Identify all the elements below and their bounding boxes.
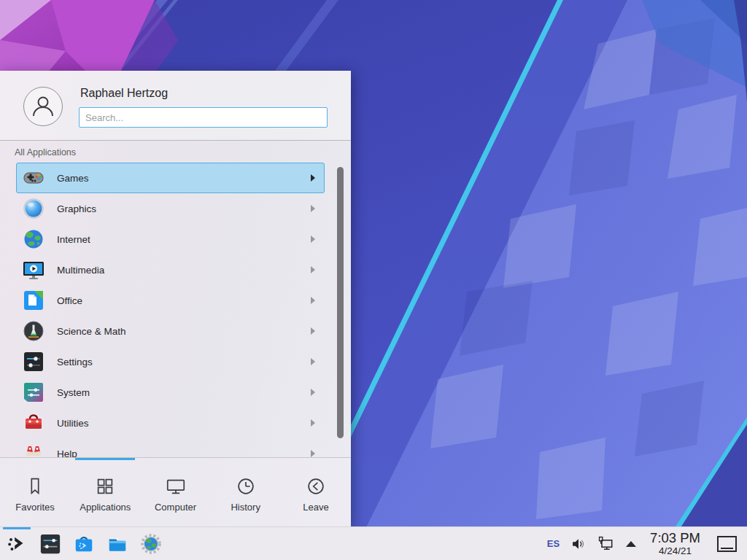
category-label: Graphics xyxy=(57,203,96,214)
tab-applications[interactable]: Applications xyxy=(70,458,140,526)
search-input[interactable] xyxy=(79,107,328,128)
submenu-arrow-icon xyxy=(311,419,315,427)
tab-label: Applications xyxy=(80,502,131,513)
clock-widget[interactable]: 7:03 PM 4/24/21 xyxy=(647,531,703,557)
taskbar-launchers xyxy=(0,527,168,560)
flask-icon xyxy=(22,319,45,343)
desktop: Raphael Hertzog All Applications Games xyxy=(0,0,747,560)
list-scrollbar[interactable] xyxy=(337,167,344,438)
file-manager-button[interactable] xyxy=(101,527,134,560)
category-graphics[interactable]: Graphics xyxy=(16,193,325,224)
section-label: All Applications xyxy=(0,141,351,163)
globe-gear-icon xyxy=(140,533,162,555)
discover-bag-icon xyxy=(73,533,95,555)
category-label: Internet xyxy=(57,234,90,245)
category-label: Games xyxy=(57,173,89,184)
clock-icon xyxy=(235,475,257,497)
category-label: Multimedia xyxy=(57,265,104,276)
category-label: Settings xyxy=(57,357,93,368)
submenu-arrow-icon xyxy=(311,266,315,273)
submenu-arrow-icon xyxy=(311,450,315,457)
tab-history[interactable]: History xyxy=(211,458,281,526)
keyboard-layout-indicator[interactable]: ES xyxy=(547,538,560,549)
kde-kickoff-icon xyxy=(6,533,28,555)
blue-sphere-icon xyxy=(22,197,45,220)
gamepad-icon xyxy=(22,166,45,190)
category-label: Help xyxy=(57,448,77,458)
tab-leave[interactable]: Leave xyxy=(281,458,351,526)
grid-icon xyxy=(94,475,116,497)
tab-computer[interactable]: Computer xyxy=(140,458,210,526)
documents-icon xyxy=(22,289,45,312)
tab-label: Computer xyxy=(155,502,196,513)
category-label: Utilities xyxy=(57,418,89,429)
clock-time: 7:03 PM xyxy=(650,531,700,546)
category-label: Science & Math xyxy=(57,326,126,337)
tab-favorites[interactable]: Favorites xyxy=(0,458,70,526)
category-science-math[interactable]: Science & Math xyxy=(16,316,325,346)
taskbar-panel: ES 7:03 PM 4/24/21 xyxy=(0,526,747,560)
submenu-arrow-icon xyxy=(311,236,315,243)
leave-icon xyxy=(305,475,327,497)
user-avatar-icon[interactable] xyxy=(23,87,63,126)
computer-icon xyxy=(165,475,187,497)
toolbox-icon xyxy=(22,411,45,435)
network-icon[interactable] xyxy=(597,535,615,553)
folder-icon xyxy=(107,533,128,555)
bookmark-icon xyxy=(24,475,46,497)
globe-icon xyxy=(22,228,45,251)
tab-label: History xyxy=(231,502,260,513)
tab-label: Favorites xyxy=(15,502,54,513)
discover-software-center-button[interactable] xyxy=(67,527,101,560)
category-office[interactable]: Office xyxy=(16,285,325,316)
system-settings-icon xyxy=(39,533,61,555)
user-name: Raphael Hertzog xyxy=(80,87,336,100)
expand-tray-icon[interactable] xyxy=(626,541,636,547)
category-help[interactable]: Help xyxy=(16,438,325,457)
category-settings[interactable]: Settings xyxy=(16,346,325,377)
category-utilities[interactable]: Utilities xyxy=(16,408,325,438)
system-settings-button[interactable] xyxy=(34,527,67,560)
category-internet[interactable]: Internet xyxy=(16,224,325,254)
application-launcher-button[interactable] xyxy=(0,527,34,560)
category-multimedia[interactable]: Multimedia xyxy=(16,254,325,285)
monitor-play-icon xyxy=(22,258,45,281)
lifebuoy-icon xyxy=(22,442,45,457)
active-tab-indicator xyxy=(75,458,135,460)
category-games[interactable]: Games xyxy=(16,163,325,193)
submenu-arrow-icon xyxy=(311,174,315,182)
web-browser-button[interactable] xyxy=(134,527,168,560)
application-launcher-menu: Raphael Hertzog All Applications Games xyxy=(0,71,351,526)
category-label: Office xyxy=(57,295,82,306)
category-label: System xyxy=(57,387,90,398)
launcher-tab-bar: Favorites Applications Computer xyxy=(0,457,351,526)
show-desktop-button[interactable] xyxy=(717,536,737,552)
system-tray: ES 7:03 PM 4/24/21 xyxy=(547,527,741,560)
clock-date: 4/24/21 xyxy=(650,545,700,556)
launcher-header: Raphael Hertzog xyxy=(0,71,351,141)
application-category-list: Games Graphics xyxy=(0,163,351,457)
category-system[interactable]: System xyxy=(16,377,325,408)
submenu-arrow-icon xyxy=(311,358,315,365)
submenu-arrow-icon xyxy=(311,389,315,396)
submenu-arrow-icon xyxy=(311,327,315,335)
system-sliders-icon xyxy=(22,381,45,404)
tab-label: Leave xyxy=(303,502,328,513)
sliders-icon xyxy=(22,350,45,373)
volume-icon[interactable] xyxy=(570,536,587,552)
submenu-arrow-icon xyxy=(311,205,315,212)
submenu-arrow-icon xyxy=(311,297,315,304)
